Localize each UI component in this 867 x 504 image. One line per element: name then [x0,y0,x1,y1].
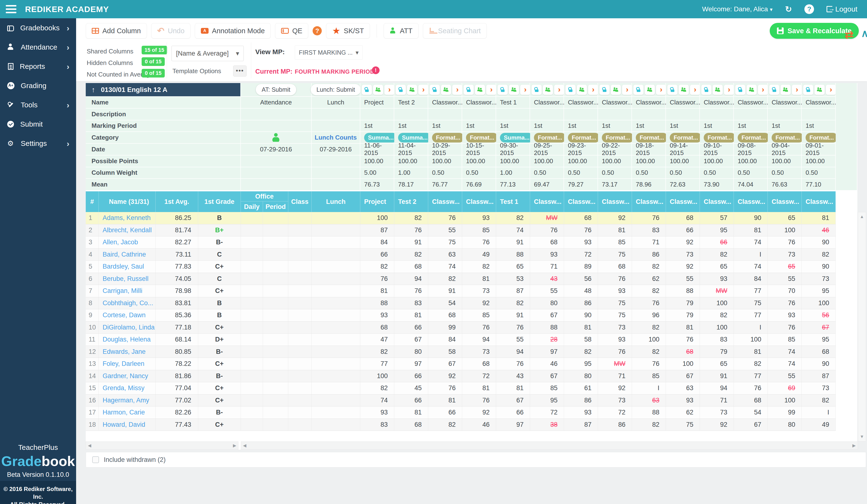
column-name[interactable]: Classwor... [700,97,734,109]
period-cell[interactable] [263,406,288,419]
grade-cell[interactable]: 76 [428,212,462,224]
lunch-cell[interactable] [312,358,360,370]
grade-cell[interactable]: 73 [598,321,632,334]
class-cell[interactable] [288,394,312,407]
grade-cell[interactable]: 63 [666,382,700,394]
grade-cell[interactable]: 65 [700,358,734,370]
column-chevron-icon[interactable]: › [520,85,530,95]
scroll-down-icon[interactable]: ▼ [860,434,864,439]
sidebar-item-gradebooks[interactable]: Gradebooks› [0,18,76,37]
grade-cell[interactable]: 94 [700,382,734,394]
grade-cell[interactable]: 72 [462,370,496,382]
grade-cell[interactable]: 49 [802,419,836,431]
grade-cell[interactable]: 75 [666,419,700,431]
qe-help-icon[interactable]: ? [313,26,322,35]
header-lunch[interactable]: Lunch [312,191,360,212]
grade-cell[interactable]: 92 [666,261,700,273]
student-name-link[interactable]: Howard, David [99,419,156,431]
grade-cell[interactable]: I [632,382,666,394]
grade-cell[interactable]: I [734,321,768,334]
lunch-submit-button[interactable]: Lunch: Submit [311,84,361,95]
daily-cell[interactable] [241,297,263,309]
grade-cell[interactable]: 88 [632,406,666,419]
student-name-link[interactable]: Berube, Russell [99,273,156,285]
student-name-link[interactable]: Gardner, Nancy [99,370,156,382]
grade-cell[interactable]: 76 [632,212,666,224]
header-grade-col-13[interactable]: Classw... [768,191,802,212]
lunch-counts-link[interactable]: Lunch Counts [315,134,357,141]
grade-cell[interactable]: 68 [360,321,394,334]
lunch-cell[interactable] [312,212,360,224]
grade-cell[interactable]: 88 [666,285,700,297]
grade-cell[interactable]: 86 [564,297,598,309]
grade-cell[interactable]: 85 [530,382,564,394]
unlock-icon[interactable] [396,85,406,95]
grade-cell[interactable]: 43 [496,370,530,382]
students-icon[interactable] [475,85,485,95]
period-cell[interactable] [263,261,288,273]
grade-cell[interactable]: 74 [734,261,768,273]
lunch-cell[interactable] [312,394,360,407]
column-date[interactable]: 09-04-2015 [768,144,802,155]
grade-cell[interactable]: 96 [632,309,666,321]
grade-cell[interactable]: 94 [496,346,530,358]
grade-cell[interactable]: 100 [666,358,700,370]
grade-cell[interactable]: 84 [360,236,394,249]
grade-cell[interactable]: 81 [394,309,428,321]
grade-cell[interactable]: 61 [564,382,598,394]
grade-cell[interactable]: 92 [428,370,462,382]
grade-cell[interactable]: 75 [428,236,462,249]
period-cell[interactable] [263,394,288,407]
students-icon[interactable] [645,85,655,95]
header-grade-col-11[interactable]: Classw... [700,191,734,212]
grade-cell[interactable]: 87 [360,224,394,237]
grade-cell[interactable]: 90 [564,309,598,321]
students-icon[interactable] [814,85,825,95]
lunch-cell[interactable] [312,297,360,309]
students-icon[interactable] [407,85,417,95]
view-mp-dropdown[interactable]: FIRST MARKING ...▾ [295,45,363,60]
column-weight[interactable]: 0.50 [428,167,462,179]
grade-cell[interactable]: 86 [632,249,666,261]
grade-cell[interactable]: 65 [768,212,802,224]
grade-cell[interactable]: 81 [394,406,428,419]
unlock-icon[interactable] [769,85,779,95]
grade-cell[interactable]: 75 [598,309,632,321]
grade-cell[interactable]: 66 [496,406,530,419]
column-name[interactable]: Classwor... [768,97,802,109]
class-cell[interactable] [288,285,312,297]
help-icon[interactable]: ? [804,4,814,14]
unlock-icon[interactable] [633,85,643,95]
class-cell[interactable] [288,406,312,419]
header-grade-col-3[interactable]: Classw... [428,191,462,212]
grade-cell[interactable]: 94 [462,333,496,346]
scroll-right-icon[interactable]: ▶ [233,443,236,448]
grade-cell[interactable]: 68 [530,236,564,249]
column-date[interactable]: 10-29-2015 [428,144,462,155]
grade-cell[interactable]: 81 [666,321,700,334]
sidebar-item-grading[interactable]: Grading [0,76,76,95]
unlock-icon[interactable] [735,85,745,95]
grade-cell[interactable]: 66 [666,224,700,237]
scroll-left-icon[interactable]: ◀ [243,443,246,448]
lunch-cell[interactable] [312,346,360,358]
grade-cell[interactable]: 80 [564,370,598,382]
column-chevron-icon[interactable]: › [792,85,802,95]
grade-cell[interactable]: 66 [394,370,428,382]
column-description[interactable] [462,109,496,120]
column-description[interactable] [700,109,734,120]
column-date[interactable]: 09-30-2015 [496,144,530,155]
column-possible-points[interactable]: 100.00 [530,155,564,167]
grade-cell[interactable]: 65 [768,261,802,273]
grade-cell[interactable]: 97 [394,358,428,370]
daily-cell[interactable] [241,236,263,249]
header-grade-col-4[interactable]: Classw... [462,191,496,212]
grade-cell[interactable]: 76 [428,382,462,394]
class-cell[interactable] [288,358,312,370]
grade-cell[interactable]: 68 [666,346,700,358]
grade-cell[interactable]: 76 [734,382,768,394]
grade-cell[interactable]: 91 [428,285,462,297]
grade-cell[interactable]: 87 [564,419,598,431]
column-description[interactable] [530,109,564,120]
scroll-left-icon[interactable]: ◀ [88,443,91,448]
